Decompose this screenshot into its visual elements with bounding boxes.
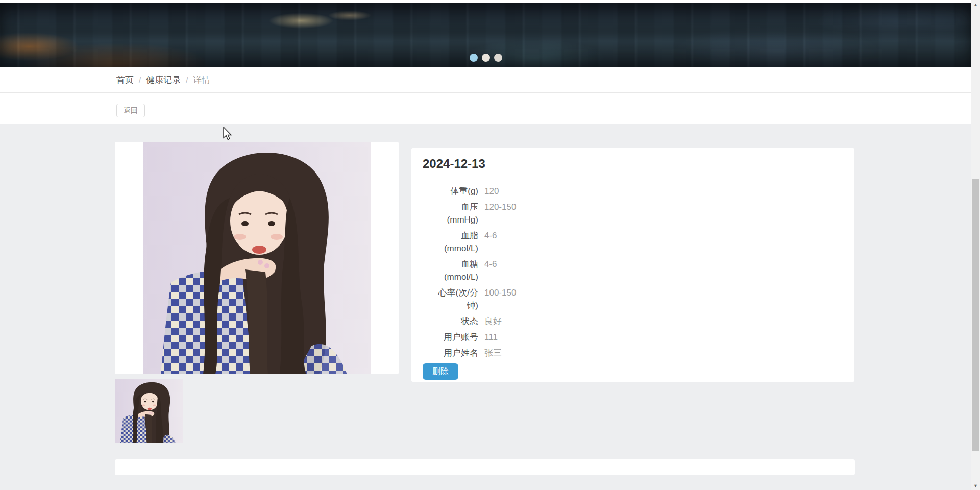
carousel-dot[interactable] [494,54,502,62]
field-label: 体重(g) [423,185,478,198]
field-label: 血压(mmHg) [423,201,478,226]
delete-button[interactable]: 删除 [423,363,458,380]
detail-fields: 体重(g) 120 血压(mmHg) 120-150 血脂(mmol/L) 4-… [423,185,843,359]
breadcrumb-home[interactable]: 首页 [116,74,134,86]
portrait-photo [143,142,371,374]
field-value: 100-150 [484,286,516,312]
field-label: 状态 [423,315,478,328]
scrollbar-thumb[interactable] [972,179,979,451]
record-date-title: 2024-12-13 [423,156,843,172]
breadcrumb: 首页 / 健康记录 / 详情 [116,74,210,86]
photo-card [115,142,399,374]
field-row: 血压(mmHg) 120-150 [423,201,843,226]
toolbar: 返回 [0,93,971,124]
health-record-detail-page: 首页 / 健康记录 / 详情 返回 2024-12-13 体重(g) 120 [0,0,980,490]
field-label: 血糖(mmol/L) [423,258,478,283]
breadcrumb-health-records[interactable]: 健康记录 [146,74,181,86]
field-value: 良好 [484,315,502,328]
field-value: 111 [484,331,498,344]
breadcrumb-detail: 详情 [193,74,210,86]
breadcrumb-separator: / [139,76,141,84]
field-value: 张三 [484,347,502,359]
vertical-scrollbar[interactable]: ▲ ▼ [971,0,980,490]
field-value: 120-150 [484,201,516,226]
field-label: 血脂(mmol/L) [423,229,478,255]
field-label: 用户姓名 [423,347,478,359]
field-row: 心率(次/分钟) 100-150 [423,286,843,312]
back-button[interactable]: 返回 [116,104,145,117]
detail-card: 2024-12-13 体重(g) 120 血压(mmHg) 120-150 血脂… [411,148,854,382]
portrait-photo-thumbnail-image [115,379,183,443]
banner-carousel-image [0,3,971,67]
field-label: 用户账号 [423,331,478,344]
breadcrumb-bar: 首页 / 健康记录 / 详情 [0,67,971,93]
field-value: 4-6 [484,229,497,255]
carousel-dot[interactable] [470,54,478,62]
field-label: 心率(次/分钟) [423,286,478,312]
field-row: 状态 良好 [423,315,843,328]
field-row: 体重(g) 120 [423,185,843,198]
footer-bar [115,459,855,475]
field-row: 用户姓名 张三 [423,347,843,359]
field-row: 血脂(mmol/L) 4-6 [423,229,843,255]
field-value: 4-6 [484,258,497,283]
field-row: 血糖(mmol/L) 4-6 [423,258,843,283]
field-row: 用户账号 111 [423,331,843,344]
scroll-down-arrow-icon[interactable]: ▼ [971,481,980,490]
carousel-dots [470,54,502,62]
portrait-photo-thumbnail[interactable] [115,379,183,443]
field-value: 120 [484,185,499,198]
main-content: 2024-12-13 体重(g) 120 血压(mmHg) 120-150 血脂… [0,124,971,490]
breadcrumb-separator: / [186,76,188,84]
carousel-dot[interactable] [482,54,490,62]
scroll-up-arrow-icon[interactable]: ▲ [971,0,980,9]
